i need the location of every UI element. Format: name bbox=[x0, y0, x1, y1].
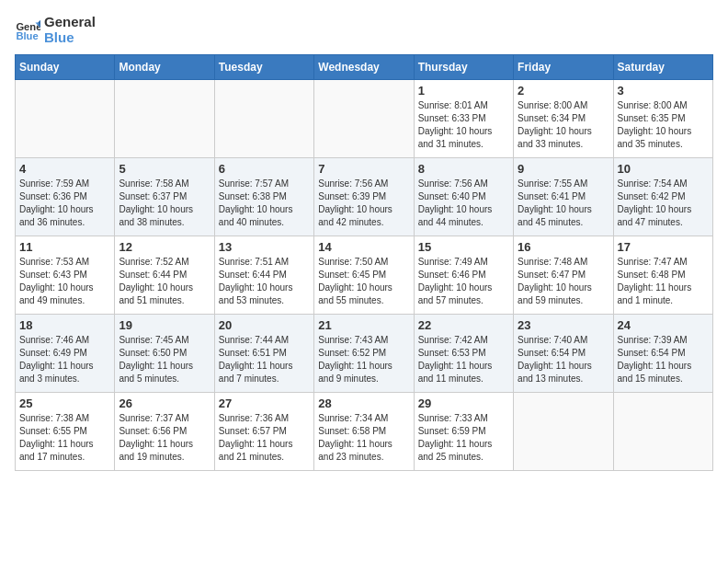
weekday-header-sunday: Sunday bbox=[16, 55, 115, 80]
day-number: 23 bbox=[518, 318, 609, 332]
calendar-cell: 20Sunrise: 7:44 AMSunset: 6:51 PMDayligh… bbox=[214, 315, 313, 393]
day-number: 14 bbox=[318, 240, 409, 254]
day-info: Sunrise: 7:44 AMSunset: 6:51 PMDaylight:… bbox=[219, 334, 310, 385]
calendar-cell: 5Sunrise: 7:58 AMSunset: 6:37 PMDaylight… bbox=[115, 158, 214, 236]
day-info: Sunrise: 7:39 AMSunset: 6:54 PMDaylight:… bbox=[618, 334, 709, 385]
day-info: Sunrise: 7:51 AMSunset: 6:44 PMDaylight:… bbox=[219, 256, 310, 307]
weekday-header-wednesday: Wednesday bbox=[314, 55, 414, 80]
calendar-week-row: 25Sunrise: 7:38 AMSunset: 6:55 PMDayligh… bbox=[16, 393, 713, 471]
day-info: Sunrise: 8:01 AMSunset: 6:33 PMDaylight:… bbox=[418, 99, 509, 151]
calendar-cell: 3Sunrise: 8:00 AMSunset: 6:35 PMDaylight… bbox=[613, 80, 712, 158]
calendar-cell: 25Sunrise: 7:38 AMSunset: 6:55 PMDayligh… bbox=[16, 393, 115, 471]
calendar-cell bbox=[613, 393, 712, 471]
day-number: 5 bbox=[119, 162, 210, 176]
weekday-header-monday: Monday bbox=[115, 55, 214, 80]
calendar-cell bbox=[314, 80, 414, 158]
day-info: Sunrise: 7:33 AMSunset: 6:59 PMDaylight:… bbox=[418, 412, 509, 464]
day-number: 18 bbox=[19, 318, 110, 332]
day-number: 11 bbox=[19, 240, 110, 254]
svg-text:Blue: Blue bbox=[16, 29, 38, 40]
calendar-cell: 22Sunrise: 7:42 AMSunset: 6:53 PMDayligh… bbox=[414, 315, 513, 393]
day-info: Sunrise: 7:58 AMSunset: 6:37 PMDaylight:… bbox=[119, 178, 210, 229]
calendar-cell: 27Sunrise: 7:36 AMSunset: 6:57 PMDayligh… bbox=[214, 393, 313, 471]
day-info: Sunrise: 7:50 AMSunset: 6:45 PMDaylight:… bbox=[318, 256, 409, 307]
calendar-cell: 29Sunrise: 7:33 AMSunset: 6:59 PMDayligh… bbox=[414, 393, 513, 471]
day-info: Sunrise: 7:42 AMSunset: 6:53 PMDaylight:… bbox=[418, 334, 509, 385]
calendar-cell: 18Sunrise: 7:46 AMSunset: 6:49 PMDayligh… bbox=[16, 315, 115, 393]
calendar-cell: 6Sunrise: 7:57 AMSunset: 6:38 PMDaylight… bbox=[214, 158, 313, 236]
calendar-week-row: 1Sunrise: 8:01 AMSunset: 6:33 PMDaylight… bbox=[16, 80, 713, 158]
calendar-cell: 9Sunrise: 7:55 AMSunset: 6:41 PMDaylight… bbox=[514, 158, 613, 236]
day-info: Sunrise: 7:38 AMSunset: 6:55 PMDaylight:… bbox=[19, 412, 110, 464]
logo-icon: General Blue bbox=[15, 17, 40, 43]
day-number: 20 bbox=[219, 318, 310, 332]
calendar-cell: 28Sunrise: 7:34 AMSunset: 6:58 PMDayligh… bbox=[314, 393, 414, 471]
day-number: 25 bbox=[19, 396, 110, 410]
calendar-cell: 19Sunrise: 7:45 AMSunset: 6:50 PMDayligh… bbox=[115, 315, 214, 393]
day-number: 1 bbox=[418, 84, 509, 98]
calendar-cell bbox=[115, 80, 214, 158]
calendar-cell: 10Sunrise: 7:54 AMSunset: 6:42 PMDayligh… bbox=[613, 158, 712, 236]
calendar-cell: 7Sunrise: 7:56 AMSunset: 6:39 PMDaylight… bbox=[314, 158, 414, 236]
day-number: 19 bbox=[119, 318, 210, 332]
day-info: Sunrise: 7:56 AMSunset: 6:39 PMDaylight:… bbox=[318, 178, 409, 229]
calendar-week-row: 4Sunrise: 7:59 AMSunset: 6:36 PMDaylight… bbox=[16, 158, 713, 236]
day-info: Sunrise: 8:00 AMSunset: 6:34 PMDaylight:… bbox=[518, 99, 609, 151]
calendar-cell bbox=[514, 393, 613, 471]
day-info: Sunrise: 7:59 AMSunset: 6:36 PMDaylight:… bbox=[19, 178, 110, 229]
day-number: 12 bbox=[119, 240, 210, 254]
day-number: 10 bbox=[618, 162, 709, 176]
day-info: Sunrise: 7:37 AMSunset: 6:56 PMDaylight:… bbox=[119, 412, 210, 464]
calendar-cell: 17Sunrise: 7:47 AMSunset: 6:48 PMDayligh… bbox=[613, 236, 712, 315]
day-number: 13 bbox=[219, 240, 310, 254]
day-info: Sunrise: 7:36 AMSunset: 6:57 PMDaylight:… bbox=[219, 412, 310, 464]
day-info: Sunrise: 7:34 AMSunset: 6:58 PMDaylight:… bbox=[318, 412, 409, 464]
day-number: 4 bbox=[19, 162, 110, 176]
day-number: 2 bbox=[518, 84, 609, 98]
day-info: Sunrise: 7:52 AMSunset: 6:44 PMDaylight:… bbox=[119, 256, 210, 307]
calendar-cell: 23Sunrise: 7:40 AMSunset: 6:54 PMDayligh… bbox=[514, 315, 613, 393]
calendar-cell bbox=[16, 80, 115, 158]
day-number: 29 bbox=[418, 396, 509, 410]
day-info: Sunrise: 7:54 AMSunset: 6:42 PMDaylight:… bbox=[618, 178, 709, 229]
day-info: Sunrise: 7:49 AMSunset: 6:46 PMDaylight:… bbox=[418, 256, 509, 307]
weekday-header-tuesday: Tuesday bbox=[214, 55, 313, 80]
calendar-cell: 1Sunrise: 8:01 AMSunset: 6:33 PMDaylight… bbox=[414, 80, 513, 158]
day-number: 3 bbox=[618, 84, 709, 98]
day-info: Sunrise: 8:00 AMSunset: 6:35 PMDaylight:… bbox=[618, 99, 709, 151]
day-number: 15 bbox=[418, 240, 509, 254]
day-info: Sunrise: 7:45 AMSunset: 6:50 PMDaylight:… bbox=[119, 334, 210, 385]
day-info: Sunrise: 7:57 AMSunset: 6:38 PMDaylight:… bbox=[219, 178, 310, 229]
weekday-header-thursday: Thursday bbox=[414, 55, 513, 80]
day-info: Sunrise: 7:47 AMSunset: 6:48 PMDaylight:… bbox=[618, 256, 709, 307]
calendar-cell: 16Sunrise: 7:48 AMSunset: 6:47 PMDayligh… bbox=[514, 236, 613, 315]
day-number: 27 bbox=[219, 396, 310, 410]
calendar-week-row: 18Sunrise: 7:46 AMSunset: 6:49 PMDayligh… bbox=[16, 315, 713, 393]
day-info: Sunrise: 7:43 AMSunset: 6:52 PMDaylight:… bbox=[318, 334, 409, 385]
day-number: 8 bbox=[418, 162, 509, 176]
calendar-cell bbox=[214, 80, 313, 158]
calendar-cell: 8Sunrise: 7:56 AMSunset: 6:40 PMDaylight… bbox=[414, 158, 513, 236]
day-number: 21 bbox=[318, 318, 409, 332]
day-info: Sunrise: 7:40 AMSunset: 6:54 PMDaylight:… bbox=[518, 334, 609, 385]
day-number: 6 bbox=[219, 162, 310, 176]
calendar-cell: 24Sunrise: 7:39 AMSunset: 6:54 PMDayligh… bbox=[613, 315, 712, 393]
day-number: 7 bbox=[318, 162, 409, 176]
day-info: Sunrise: 7:53 AMSunset: 6:43 PMDaylight:… bbox=[19, 256, 110, 307]
page-header: General Blue General Blue bbox=[15, 15, 713, 45]
calendar-table: SundayMondayTuesdayWednesdayThursdayFrid… bbox=[15, 54, 713, 471]
day-number: 16 bbox=[518, 240, 609, 254]
day-info: Sunrise: 7:46 AMSunset: 6:49 PMDaylight:… bbox=[19, 334, 110, 385]
logo: General Blue General Blue bbox=[15, 15, 96, 45]
calendar-cell: 12Sunrise: 7:52 AMSunset: 6:44 PMDayligh… bbox=[115, 236, 214, 315]
day-number: 24 bbox=[618, 318, 709, 332]
calendar-cell: 11Sunrise: 7:53 AMSunset: 6:43 PMDayligh… bbox=[16, 236, 115, 315]
weekday-header-friday: Friday bbox=[514, 55, 613, 80]
weekday-header-saturday: Saturday bbox=[613, 55, 712, 80]
day-number: 17 bbox=[618, 240, 709, 254]
day-info: Sunrise: 7:48 AMSunset: 6:47 PMDaylight:… bbox=[518, 256, 609, 307]
day-number: 26 bbox=[119, 396, 210, 410]
calendar-cell: 2Sunrise: 8:00 AMSunset: 6:34 PMDaylight… bbox=[514, 80, 613, 158]
day-info: Sunrise: 7:56 AMSunset: 6:40 PMDaylight:… bbox=[418, 178, 509, 229]
calendar-cell: 14Sunrise: 7:50 AMSunset: 6:45 PMDayligh… bbox=[314, 236, 414, 315]
